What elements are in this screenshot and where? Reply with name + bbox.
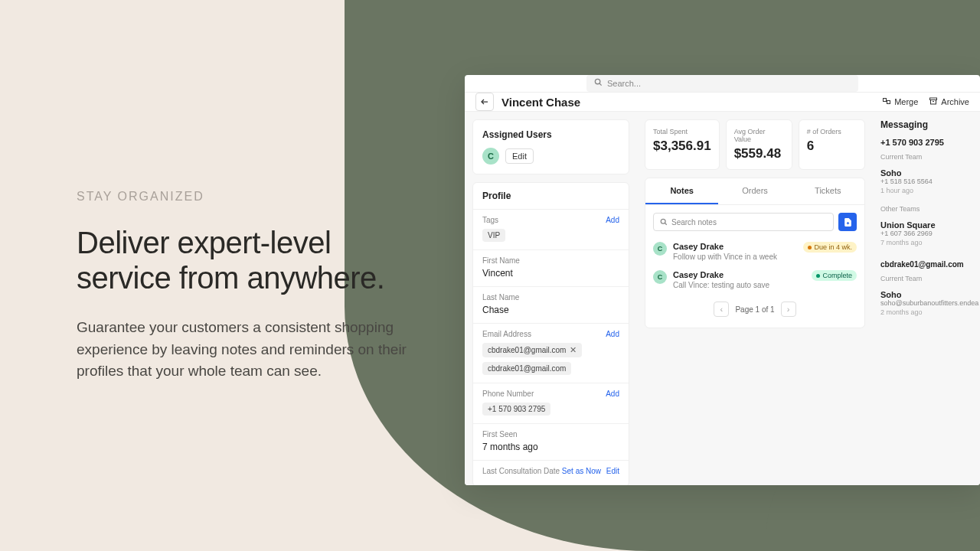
email-chip: cbdrake01@gmail.com: [482, 362, 571, 375]
add-tag-link[interactable]: Add: [606, 216, 619, 224]
field-email: Email Address Add cbdrake01@gmail.com✕ c…: [473, 323, 629, 383]
page-indicator: Page 1 of 1: [735, 305, 774, 314]
profile-title: Profile: [473, 183, 629, 209]
svg-line-1: [599, 83, 602, 86]
edit-assigned-button[interactable]: Edit: [505, 148, 534, 164]
subcopy: Guarantee your customers a consistent sh…: [77, 317, 429, 383]
set-as-now-link[interactable]: Set as Now: [562, 467, 601, 475]
svg-line-9: [665, 223, 667, 225]
top-bar: Search...: [465, 75, 980, 93]
add-note-button[interactable]: [838, 213, 857, 231]
current-team-label: Current Team: [880, 153, 980, 161]
left-column: Assigned Users C Edit Profile Tags Add V…: [465, 112, 637, 485]
search-icon: [660, 218, 668, 226]
back-button[interactable]: [475, 93, 494, 111]
right-column: Messaging +1 570 903 2795 Current Team S…: [873, 112, 980, 485]
current-team-label: Current Team: [880, 275, 980, 282]
archive-icon: [929, 96, 938, 108]
note-item[interactable]: C Casey Drake Call Vince: testing auto s…: [653, 266, 857, 294]
status-badge: Due in 4 wk.: [803, 242, 857, 253]
team-item[interactable]: Soho soho@suburbanoutfitters.endea 2 mon…: [880, 285, 980, 321]
tab-orders[interactable]: Orders: [718, 178, 791, 204]
team-item[interactable]: Soho +1 518 516 5564 1 hour ago: [880, 164, 980, 199]
avatar: C: [653, 270, 667, 284]
messaging-panel: Messaging +1 570 903 2795 Current Team S…: [880, 119, 980, 321]
svg-rect-4: [887, 100, 890, 103]
middle-column: Total Spent $3,356.91 Avg Order Value $5…: [637, 112, 873, 485]
svg-point-0: [595, 79, 599, 83]
hero-copy: STAY ORGANIZED Deliver expert-level serv…: [77, 190, 429, 383]
add-email-link[interactable]: Add: [606, 330, 619, 338]
field-first-name: First Name Vincent: [473, 249, 629, 286]
note-author: Casey Drake: [673, 242, 797, 251]
svg-rect-3: [884, 98, 887, 101]
app-window: Search... Vincent Chase Merge Archive As…: [465, 75, 980, 485]
note-text: Call Vince: testing auto save: [673, 281, 805, 289]
header-row: Vincent Chase Merge Archive: [465, 93, 980, 112]
status-badge: Complete: [812, 270, 857, 281]
page-next-button[interactable]: ›: [781, 302, 796, 317]
tag-chip: VIP: [482, 229, 505, 242]
tab-notes[interactable]: Notes: [645, 178, 718, 204]
tab-tickets[interactable]: Tickets: [792, 178, 864, 204]
assigned-users-title: Assigned Users: [482, 129, 619, 140]
add-note-icon: [843, 217, 853, 227]
svg-point-8: [661, 219, 665, 223]
eyebrow: STAY ORGANIZED: [77, 190, 429, 204]
search-placeholder: Search...: [607, 79, 641, 88]
headline: Deliver expert-level service from anywhe…: [77, 225, 429, 295]
profile-card: Profile Tags Add VIP First Name Vincent …: [472, 182, 629, 485]
field-phone: Phone Number Add +1 570 903 2795: [473, 383, 629, 423]
team-item[interactable]: Union Square +1 607 366 2969 7 months ag…: [880, 216, 980, 251]
email-chip: cbdrake01@gmail.com✕: [482, 343, 582, 357]
merge-button[interactable]: Merge: [882, 96, 918, 108]
messaging-title: Messaging: [880, 119, 980, 130]
search-notes-input[interactable]: Search notes: [653, 213, 834, 231]
app-body: Assigned Users C Edit Profile Tags Add V…: [465, 112, 980, 485]
page-prev-button[interactable]: ‹: [714, 302, 729, 317]
note-author: Casey Drake: [673, 270, 805, 279]
search-icon: [594, 78, 603, 89]
add-phone-link[interactable]: Add: [606, 390, 619, 398]
archive-button[interactable]: Archive: [929, 96, 969, 108]
phone-chip: +1 570 903 2795: [482, 403, 550, 416]
note-text: Follow up with Vince in a week: [673, 253, 797, 261]
avatar: C: [653, 242, 667, 256]
field-tags: Tags Add VIP: [473, 209, 629, 249]
stat-num-orders: # of Orders 6: [799, 119, 865, 170]
field-last-name: Last Name Chase: [473, 286, 629, 323]
svg-rect-6: [931, 99, 936, 104]
note-item[interactable]: C Casey Drake Follow up with Vince in a …: [653, 237, 857, 266]
stats-row: Total Spent $3,356.91 Avg Order Value $5…: [645, 119, 865, 170]
notes-card: Notes Orders Tickets Search notes: [645, 178, 865, 328]
tabs: Notes Orders Tickets: [645, 178, 864, 205]
field-first-seen: First Seen 7 months ago: [473, 423, 629, 460]
page-title: Vincent Chase: [501, 96, 580, 109]
avatar: C: [482, 148, 499, 165]
messaging-email: cbdrake01@gmail.com: [880, 260, 980, 269]
field-last-consultation: Last Consultation Date Set as Now Edit: [473, 460, 629, 485]
global-search-input[interactable]: Search...: [586, 75, 858, 92]
stat-total-spent: Total Spent $3,356.91: [645, 119, 720, 170]
edit-consult-link[interactable]: Edit: [606, 467, 619, 475]
messaging-phone: +1 570 903 2795: [880, 138, 980, 147]
pagination: ‹ Page 1 of 1 ›: [653, 294, 857, 320]
remove-email-icon[interactable]: ✕: [570, 345, 577, 355]
other-teams-label: Other Teams: [880, 205, 980, 213]
merge-icon: [882, 96, 891, 108]
stat-avg-order: Avg Order Value $559.48: [726, 119, 792, 170]
assigned-users-card: Assigned Users C Edit: [472, 119, 629, 174]
